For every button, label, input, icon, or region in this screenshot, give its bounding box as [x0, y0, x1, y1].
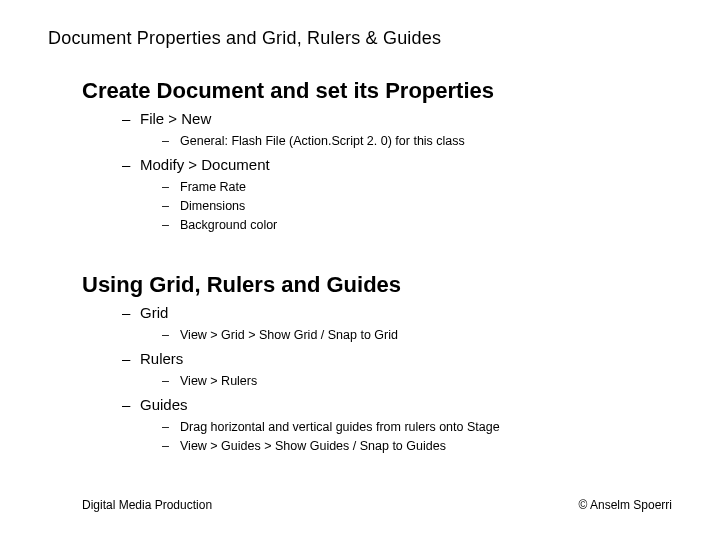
- subbullet-dimensions: –Dimensions: [162, 199, 245, 213]
- dash-icon: –: [162, 180, 180, 194]
- dash-icon: –: [162, 218, 180, 232]
- dash-icon: –: [122, 110, 140, 127]
- bullet-rulers: –Rulers: [122, 350, 183, 367]
- footer-left: Digital Media Production: [82, 498, 212, 512]
- section-heading-2: Using Grid, Rulers and Guides: [82, 272, 401, 298]
- subbullet-label: Drag horizontal and vertical guides from…: [180, 420, 500, 434]
- bullet-grid: –Grid: [122, 304, 168, 321]
- dash-icon: –: [122, 396, 140, 413]
- subbullet-general-flash: –General: Flash File (Action.Script 2. 0…: [162, 134, 465, 148]
- slide: Document Properties and Grid, Rulers & G…: [0, 0, 720, 540]
- subbullet-drag-guides: –Drag horizontal and vertical guides fro…: [162, 420, 500, 434]
- bullet-label: Rulers: [140, 350, 183, 367]
- subbullet-background-color: –Background color: [162, 218, 277, 232]
- dash-icon: –: [162, 199, 180, 213]
- bullet-guides: –Guides: [122, 396, 188, 413]
- section-heading-1: Create Document and set its Properties: [82, 78, 494, 104]
- dash-icon: –: [162, 439, 180, 453]
- dash-icon: –: [122, 350, 140, 367]
- dash-icon: –: [162, 134, 180, 148]
- dash-icon: –: [122, 304, 140, 321]
- dash-icon: –: [122, 156, 140, 173]
- subbullet-label: View > Grid > Show Grid / Snap to Grid: [180, 328, 398, 342]
- footer-right: © Anselm Spoerri: [578, 498, 672, 512]
- dash-icon: –: [162, 420, 180, 434]
- subbullet-label: View > Guides > Show Guides / Snap to Gu…: [180, 439, 446, 453]
- subbullet-label: Frame Rate: [180, 180, 246, 194]
- dash-icon: –: [162, 328, 180, 342]
- bullet-label: Modify > Document: [140, 156, 270, 173]
- bullet-modify-document: –Modify > Document: [122, 156, 270, 173]
- subbullet-view-guides: –View > Guides > Show Guides / Snap to G…: [162, 439, 446, 453]
- subbullet-label: Dimensions: [180, 199, 245, 213]
- bullet-label: Guides: [140, 396, 188, 413]
- bullet-label: File > New: [140, 110, 211, 127]
- slide-title: Document Properties and Grid, Rulers & G…: [48, 28, 441, 49]
- dash-icon: –: [162, 374, 180, 388]
- bullet-label: Grid: [140, 304, 168, 321]
- subbullet-frame-rate: –Frame Rate: [162, 180, 246, 194]
- subbullet-view-rulers: –View > Rulers: [162, 374, 257, 388]
- bullet-file-new: –File > New: [122, 110, 211, 127]
- subbullet-label: General: Flash File (Action.Script 2. 0)…: [180, 134, 465, 148]
- subbullet-label: Background color: [180, 218, 277, 232]
- subbullet-label: View > Rulers: [180, 374, 257, 388]
- subbullet-view-grid: –View > Grid > Show Grid / Snap to Grid: [162, 328, 398, 342]
